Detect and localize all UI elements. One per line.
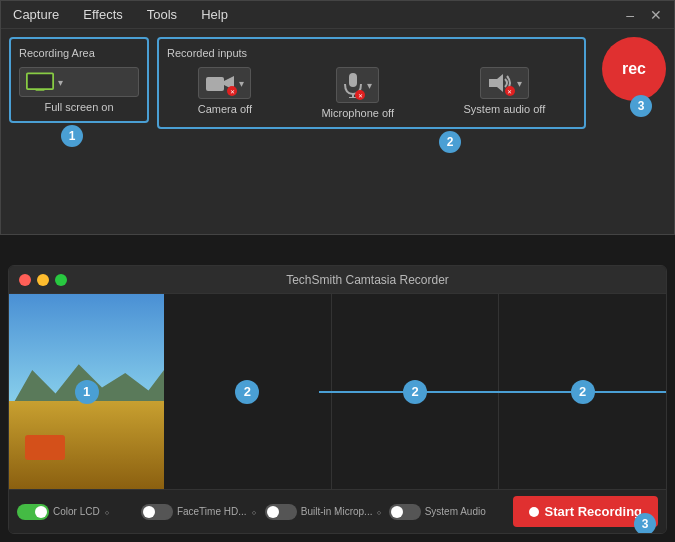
- audio-off-badge: [505, 86, 515, 96]
- thumbnail-area: 1: [9, 294, 164, 489]
- screen-icon: [26, 72, 54, 92]
- badge-3: 3: [630, 95, 652, 117]
- facetime-toggle[interactable]: [141, 504, 173, 520]
- facetime-group: FaceTime HD... ⬦: [141, 504, 259, 520]
- close-button[interactable]: ✕: [646, 7, 666, 23]
- dropdown-arrow-recording: ▾: [58, 77, 63, 88]
- facetime-badge: 2: [235, 380, 259, 404]
- audio-dropdown-arrow: ▾: [517, 78, 522, 89]
- recording-area-panel: Recording Area ▾ Full screen on 1: [9, 37, 149, 123]
- menu-effects[interactable]: Effects: [79, 5, 127, 24]
- minimize-button[interactable]: –: [622, 7, 638, 23]
- camera-label: Camera off: [198, 103, 252, 115]
- color-lcd-toggle[interactable]: [17, 504, 49, 520]
- mic-button[interactable]: ▾: [336, 67, 379, 103]
- color-lcd-selector[interactable]: ⬦: [104, 506, 110, 517]
- sys-audio-label: System Audio: [425, 506, 486, 517]
- mic-label: Microphone off: [321, 107, 394, 119]
- sys-audio-toggle[interactable]: [389, 504, 421, 520]
- recording-area-label: Full screen on: [19, 101, 139, 113]
- traffic-lights: [19, 274, 67, 286]
- audio-button[interactable]: ▾: [480, 67, 529, 99]
- badge-1: 1: [61, 125, 83, 147]
- camera-dropdown-arrow: ▾: [239, 78, 244, 89]
- svg-rect-0: [27, 73, 53, 89]
- bottom-window: TechSmith Camtasia Recorder 1 2 2: [8, 265, 667, 534]
- mic-off-badge: [355, 90, 365, 100]
- start-recording-label: Start Recording: [545, 504, 643, 519]
- close-traffic-light[interactable]: [19, 274, 31, 286]
- svg-rect-4: [349, 73, 357, 87]
- svg-marker-7: [489, 74, 503, 92]
- camera-button[interactable]: ▾: [198, 67, 251, 99]
- recording-area-title: Recording Area: [19, 47, 139, 59]
- audio-input: ▾ System audio off: [464, 67, 546, 119]
- bottom-content: 1 2 2 2: [9, 294, 666, 489]
- color-lcd-group: Color LCD ⬦: [17, 504, 135, 520]
- top-window: Capture Effects Tools Help – ✕ Recording…: [0, 0, 675, 235]
- color-lcd-label: Color LCD: [53, 506, 100, 517]
- sys-audio-group: System Audio: [389, 504, 507, 520]
- menu-capture[interactable]: Capture: [9, 5, 63, 24]
- facetime-section: 2: [164, 294, 332, 489]
- maximize-traffic-light[interactable]: [55, 274, 67, 286]
- facetime-knob: [143, 506, 155, 518]
- menu-items: Capture Effects Tools Help: [9, 5, 232, 24]
- thumbnail-badge: 1: [75, 380, 99, 404]
- svg-rect-2: [206, 77, 224, 91]
- svg-rect-1: [36, 89, 45, 91]
- mic-badge: 2: [403, 380, 427, 404]
- mic-group: Built-in Microp... ⬦: [265, 504, 383, 520]
- rec-label: rec: [622, 60, 646, 78]
- rec-button[interactable]: rec: [602, 37, 666, 101]
- recording-area-button[interactable]: ▾: [19, 67, 139, 97]
- mic-dropdown-arrow: ▾: [367, 80, 372, 91]
- bottom-title-bar: TechSmith Camtasia Recorder: [9, 266, 666, 294]
- mic-input: ▾ Microphone off: [321, 67, 394, 119]
- minimize-traffic-light[interactable]: [37, 274, 49, 286]
- recorded-inputs-title: Recorded inputs: [167, 47, 576, 59]
- facetime-label: FaceTime HD...: [177, 506, 247, 517]
- menu-tools[interactable]: Tools: [143, 5, 181, 24]
- toolbar-area: Recording Area ▾ Full screen on 1 Record…: [1, 29, 674, 137]
- rec-dot-icon: [529, 507, 539, 517]
- start-recording-wrapper: Start Recording 3: [513, 496, 659, 527]
- recorded-inputs-panel: Recorded inputs ▾ Camera: [157, 37, 586, 129]
- mic-selector[interactable]: ⬦: [376, 506, 382, 517]
- facetime-selector[interactable]: ⬦: [251, 506, 257, 517]
- thumb-vehicle: [25, 435, 65, 460]
- menu-bar: Capture Effects Tools Help – ✕: [1, 1, 674, 29]
- start-recording-badge: 3: [634, 513, 656, 534]
- bottom-window-title: TechSmith Camtasia Recorder: [79, 273, 656, 287]
- chevron-down-icon[interactable]: ˅: [334, 510, 341, 526]
- badge-2: 2: [439, 131, 461, 153]
- audio-badge: 2: [571, 380, 595, 404]
- controls-row: 2 2 2: [164, 294, 666, 489]
- mic-toggle[interactable]: [265, 504, 297, 520]
- color-lcd-knob: [35, 506, 47, 518]
- mic-knob: [267, 506, 279, 518]
- camera-input: ▾ Camera off: [198, 67, 252, 119]
- window-controls: – ✕: [622, 7, 666, 23]
- camera-off-badge: [227, 86, 237, 96]
- audio-label: System audio off: [464, 103, 546, 115]
- sys-audio-knob: [391, 506, 403, 518]
- connector-line: [319, 391, 666, 393]
- menu-help[interactable]: Help: [197, 5, 232, 24]
- inputs-grid: ▾ Camera off: [167, 67, 576, 119]
